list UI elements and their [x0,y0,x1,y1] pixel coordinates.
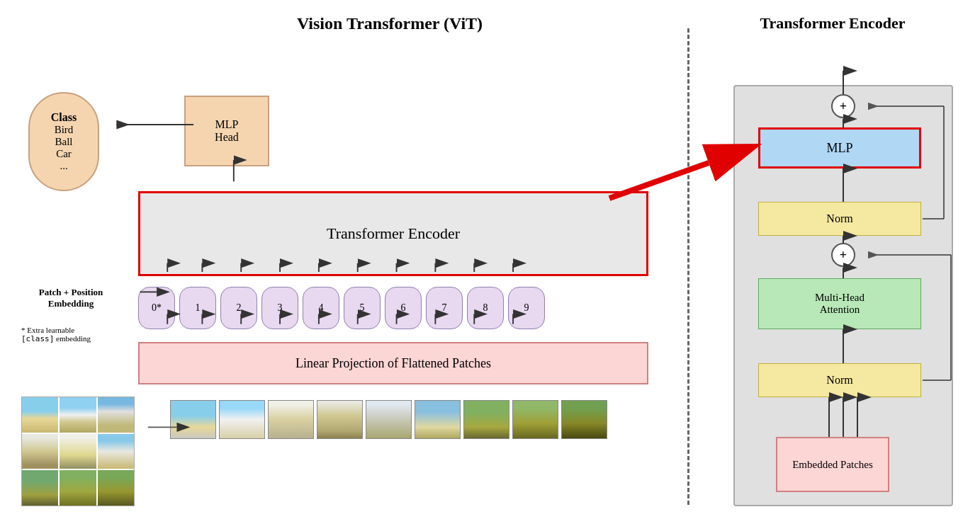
src-patch-3 [98,397,134,433]
patch-pos-label: Patch + PositionEmbedding [21,287,120,309]
class-item-dots: ... [60,160,67,172]
src-patch-5 [60,434,96,469]
token-1: 1 [179,287,216,329]
transformer-encoder-box: Transformer Encoder [138,191,648,276]
src-patch-7 [22,470,58,506]
mlp-block: MLP [758,127,921,169]
token-7: 7 [426,287,463,329]
class-item-ball: Ball [55,136,73,148]
flat-patch-7 [463,400,509,439]
embedded-patches-label: Embedded Patches [792,459,873,471]
flat-patch-5 [366,400,412,439]
extra-label: * Extra learnable[class] embedding [21,326,131,343]
src-patch-9 [98,470,134,506]
flat-patch-2 [219,400,265,439]
plus-circle-top: + [831,94,855,118]
class-item-car: Car [56,148,72,160]
norm-top-label: Norm [826,212,852,225]
flattened-patches-row [170,400,607,439]
src-patch-6 [98,434,134,469]
flat-patch-9 [561,400,607,439]
class-box: Class Bird Ball Car ... [28,92,99,191]
vit-section: Vision Transformer (ViT) Class Bird Ball… [14,14,694,505]
src-patch-2 [60,397,96,433]
token-6: 6 [385,287,422,329]
src-patch-4 [22,434,58,469]
norm-bot-label: Norm [826,374,852,387]
mlp-head-label: MLPHead [215,118,239,144]
norm-bot-block: Norm [758,363,921,397]
mha-block: Multi-HeadAttention [758,278,921,329]
token-5: 5 [344,287,381,329]
flat-patch-4 [317,400,363,439]
te-section: Transformer Encoder L × + MLP Norm + Mul… [694,14,971,505]
token-row: 0* 1 2 3 4 5 6 7 8 9 [138,287,545,329]
plus-symbol-mid: + [840,248,847,263]
flat-patch-3 [268,400,314,439]
mlp-block-label: MLP [826,141,852,156]
linear-proj-box: Linear Projection of Flattened Patches [138,342,648,384]
token-4: 4 [303,287,339,329]
plus-circle-mid: + [831,243,855,267]
flat-patch-1 [170,400,216,439]
mlp-head-box: MLPHead [184,96,269,166]
norm-top-block: Norm [758,202,921,236]
class-label: Class [51,111,77,124]
plus-symbol-top: + [840,99,847,114]
linear-proj-label: Linear Projection of Flattened Patches [295,356,491,371]
flat-patch-6 [415,400,461,439]
token-0: 0* [138,287,175,329]
source-image-grid [21,397,135,506]
token-9: 9 [508,287,545,329]
token-3: 3 [261,287,298,329]
flat-patch-8 [512,400,558,439]
vit-title: Vision Transformer (ViT) [14,14,694,33]
token-8: 8 [467,287,504,329]
class-item-bird: Bird [55,124,74,136]
te-title: Transformer Encoder [709,14,971,33]
src-patch-8 [60,470,96,506]
transformer-encoder-label: Transformer Encoder [327,224,460,243]
token-2: 2 [220,287,257,329]
main-container: Vision Transformer (ViT) Class Bird Ball… [0,0,980,519]
mha-label: Multi-HeadAttention [815,292,864,316]
dashed-divider [687,28,689,505]
src-patch-1 [22,397,58,433]
embedded-patches-box: Embedded Patches [776,437,889,492]
